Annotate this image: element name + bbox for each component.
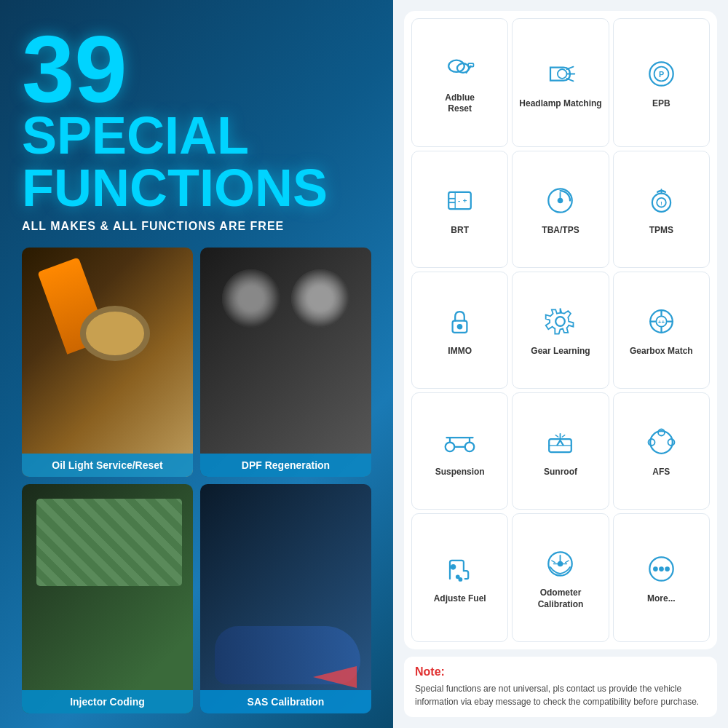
tba-icon [542, 183, 579, 219]
svg-text:!: ! [660, 200, 662, 207]
note-text: Special functions are not universal, pls… [415, 682, 706, 708]
feature-suspension[interactable]: Suspension [411, 392, 508, 510]
svg-line-43 [556, 435, 559, 438]
photo-sas-label: SAS Calibration [200, 690, 371, 713]
svg-point-34 [446, 443, 455, 452]
svg-text:+: + [463, 197, 467, 205]
svg-point-25 [458, 325, 462, 328]
left-panel: 39 SPECIAL FUNCTIONS ALL MAKES & ALL FUN… [0, 0, 393, 728]
svg-point-45 [650, 432, 673, 454]
right-panel: AdblueReset Headlamp Matching [393, 0, 728, 728]
svg-text:++: ++ [658, 319, 665, 325]
photo-dpf-label: DPF Regeneration [200, 454, 371, 477]
tba-label: TBA/TPS [542, 225, 579, 237]
special-text: SPECIAL [22, 109, 371, 162]
svg-point-26 [556, 317, 566, 326]
svg-point-60 [654, 568, 657, 571]
svg-line-55 [552, 561, 555, 563]
svg-point-48 [658, 430, 665, 436]
svg-point-51 [459, 578, 462, 581]
sunroof-label: Sunroof [544, 467, 577, 478]
feature-headlamp[interactable]: Headlamp Matching [512, 18, 609, 147]
more-label: More... [647, 593, 676, 605]
gear-icon [542, 304, 579, 340]
feature-gear[interactable]: Gear Learning [512, 272, 609, 389]
feature-odometer[interactable]: Odometer Calibration [512, 513, 609, 642]
svg-point-0 [448, 60, 464, 72]
svg-point-4 [558, 69, 567, 79]
feature-brt[interactable]: + - BRT [411, 151, 508, 268]
photo-oil: Oil Light Service/Reset [22, 248, 193, 477]
photo-injector: Injector Coding [22, 484, 193, 713]
feature-epb[interactable]: P EPB [613, 18, 710, 147]
svg-point-46 [648, 439, 654, 446]
svg-point-35 [465, 443, 475, 452]
feature-afs[interactable]: AFS [613, 392, 710, 510]
headlamp-label: Headlamp Matching [519, 98, 601, 110]
feature-fuel[interactable]: Adjuste Fuel [411, 513, 508, 642]
photo-grid: Oil Light Service/Reset DPF Regeneration… [22, 248, 371, 713]
photo-sas: SAS Calibration [200, 484, 371, 713]
fuel-label: Adjuste Fuel [434, 593, 486, 605]
feature-sunroof[interactable]: Sunroof [512, 392, 609, 510]
svg-point-50 [456, 576, 459, 579]
photo-oil-label: Oil Light Service/Reset [22, 454, 193, 477]
photo-injector-label: Injector Coding [22, 690, 193, 713]
feature-tba[interactable]: TBA/TPS [512, 151, 609, 268]
gearbox-label: Gearbox Match [630, 346, 693, 357]
subtitle: ALL MAKES & ALL FUNCTIONS ARE FREE [22, 220, 371, 233]
tpms-icon: ! [643, 183, 679, 219]
epb-label: EPB [652, 98, 670, 110]
immo-icon [442, 304, 478, 340]
svg-rect-3 [468, 63, 473, 67]
feature-immo[interactable]: IMMO [411, 272, 508, 389]
functions-text: FUNCTIONS [22, 162, 371, 214]
svg-point-62 [665, 568, 669, 571]
note-box: Note: Special functions are not universa… [404, 657, 717, 717]
photo-dpf: DPF Regeneration [200, 248, 371, 477]
svg-point-49 [451, 565, 455, 569]
epb-icon: P [643, 56, 679, 92]
feature-gearbox[interactable]: ++ Gearbox Match [613, 272, 710, 389]
brt-icon: + - [442, 183, 478, 219]
immo-label: IMMO [448, 346, 472, 357]
svg-point-61 [660, 568, 663, 571]
note-title: Note: [415, 665, 706, 678]
more-icon [643, 551, 679, 587]
adblue-label: AdblueReset [445, 92, 475, 115]
svg-text:-: - [458, 197, 460, 205]
gearbox-icon: ++ [643, 304, 679, 340]
big-number: 39 [22, 22, 371, 116]
afs-icon [643, 424, 679, 461]
svg-line-44 [563, 435, 566, 438]
headlamp-icon [542, 56, 579, 92]
brt-label: BRT [451, 225, 469, 237]
suspension-icon [442, 424, 478, 461]
svg-line-56 [566, 561, 569, 563]
feature-more[interactable]: More... [613, 513, 710, 642]
svg-text:P: P [659, 70, 664, 79]
gear-label: Gear Learning [531, 346, 590, 357]
sunroof-icon [542, 424, 579, 461]
fuel-icon [442, 551, 478, 587]
odometer-icon [542, 545, 579, 582]
odometer-label: Odometer Calibration [516, 587, 604, 610]
tpms-label: TPMS [649, 225, 673, 237]
features-grid: AdblueReset Headlamp Matching [404, 11, 717, 649]
feature-tpms[interactable]: ! TPMS [613, 151, 710, 268]
adblue-icon [442, 50, 478, 87]
afs-label: AFS [652, 467, 670, 478]
suspension-label: Suspension [435, 467, 485, 478]
svg-point-47 [668, 439, 674, 446]
feature-adblue[interactable]: AdblueReset [411, 18, 508, 147]
